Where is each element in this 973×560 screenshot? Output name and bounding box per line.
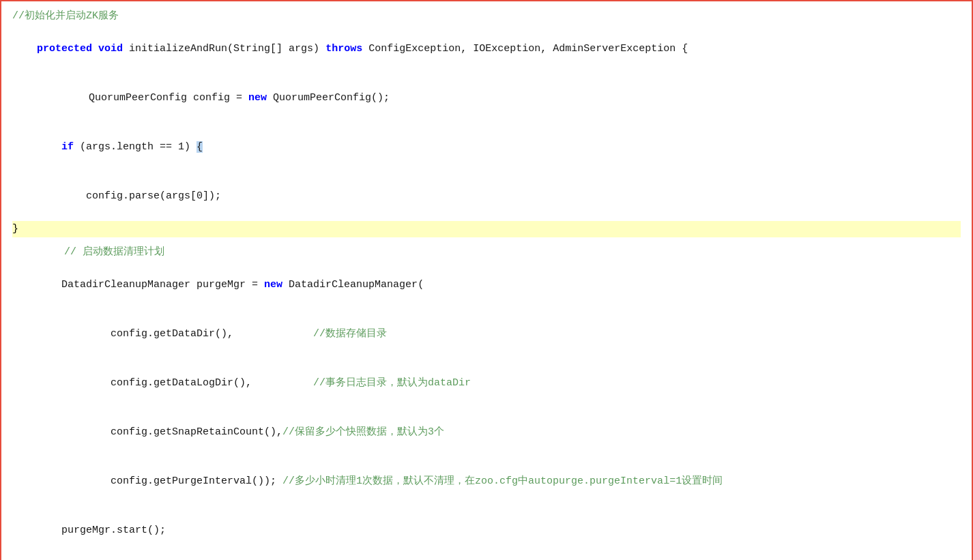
comment-snapretain: //保留多少个快照数据，默认为3个 [282,426,444,438]
keyword-throws: throws [325,43,362,55]
method-signature: protected void initializeAndRun(String[]… [12,25,961,74]
blank-1 [12,237,961,244]
keyword-void: void [98,43,123,55]
code-container: //初始化并启动ZK服务 protected void initializeAn… [0,0,973,560]
blank-2 [12,555,961,560]
comment-line-1: //初始化并启动ZK服务 [12,8,961,25]
getdatalogdir-line: config.getDataLogDir(), //事务日志目录，默认为data… [12,359,961,408]
getpurgeinterval-line: config.getPurgeInterval()); //多少小时清理1次数据… [12,457,961,506]
getsnapretain-line: config.getSnapRetainCount(),//保留多少个快照数据，… [12,408,961,457]
comment-purgeinterval: //多少小时清理1次数据，默认不清理，在zoo.cfg中autopurge.pu… [282,475,723,487]
keyword-new: new [248,92,267,104]
closing-brace-1: } [12,221,961,237]
purgemgr-start-line: purgeMgr.start(); [12,506,961,555]
quorum-line: QuorumPeerConfig config = new QuorumPeer… [12,74,961,123]
comment-datalogdir: //事务日志目录，默认为dataDir [313,377,471,389]
datadircleanup-line: DatadirCleanupManager purgeMgr = new Dat… [12,261,961,310]
if-line: if (args.length == 1) { [12,123,961,172]
getdatadir-line: config.getDataDir(), //数据存储目录 [12,310,961,359]
comment-line-2: // 启动数据清理计划 [12,244,961,261]
comment-datadir: //数据存储目录 [313,328,387,340]
keyword-if: if [61,141,74,153]
keyword-protected: protected [37,43,92,55]
config-parse-line: config.parse(args[0]); [12,172,961,221]
keyword-new2: new [264,279,282,291]
brace-highlight: { [197,141,203,153]
